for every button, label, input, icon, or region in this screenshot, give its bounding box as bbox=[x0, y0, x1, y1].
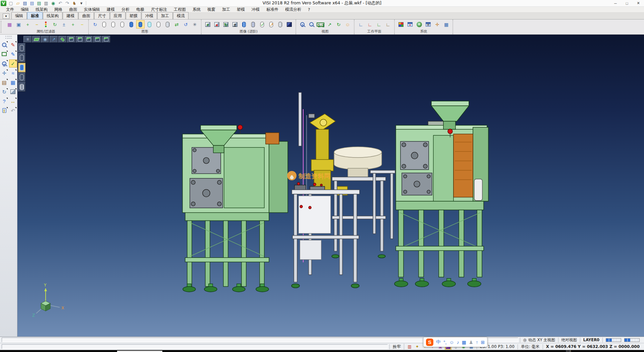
ime-keyboard-icon[interactable]: ▦ bbox=[462, 340, 466, 345]
dashed-hidden-mode-icon[interactable] bbox=[118, 20, 126, 29]
zoom-extents-icon[interactable]: ± bbox=[298, 20, 307, 29]
tab-standard[interactable]: 标准 bbox=[27, 12, 43, 19]
workplane-manager-icon[interactable]: ∟ bbox=[384, 20, 392, 29]
tab-mould[interactable]: 塑膜 bbox=[126, 12, 141, 19]
filter-traffic-light-icon[interactable] bbox=[42, 20, 50, 29]
session-button[interactable]: ♞ bbox=[71, 0, 77, 6]
menu-dimension[interactable]: 尺寸标注 bbox=[148, 7, 170, 12]
hide-all-icon[interactable]: − bbox=[78, 20, 86, 29]
menu-electrode[interactable]: 电极 bbox=[133, 7, 148, 12]
layer-segment[interactable]: LAYER0 bbox=[580, 338, 602, 343]
view-orientation-icon[interactable]: ☺ bbox=[343, 20, 352, 29]
translucent-mode-icon[interactable] bbox=[145, 20, 154, 29]
tab-die[interactable]: 冲模 bbox=[142, 12, 157, 19]
save-button[interactable]: ▤ bbox=[22, 0, 28, 6]
selection-settings-icon[interactable]: ✛ bbox=[433, 20, 441, 29]
tab-machining[interactable]: 加工 bbox=[157, 12, 173, 19]
tab-surface[interactable]: 曲面 bbox=[78, 12, 94, 19]
ime-grid-icon[interactable]: ⊞ bbox=[481, 340, 485, 345]
lock-toggle[interactable]: 拴牢 bbox=[389, 344, 404, 349]
undo-gray-icon[interactable]: ↶ bbox=[9, 106, 17, 115]
preview-button[interactable]: ◉ bbox=[50, 0, 56, 6]
zoom-dynamic-icon[interactable]: ± bbox=[0, 59, 8, 68]
menu-mould[interactable]: 塑模 bbox=[233, 7, 248, 12]
spline-edit-icon[interactable]: ≈ bbox=[9, 69, 17, 77]
new-file-button[interactable]: ▢ bbox=[8, 0, 14, 6]
preview-zoom-icon[interactable] bbox=[0, 41, 8, 49]
display-settings-icon[interactable]: ▪ bbox=[406, 20, 414, 29]
hidden-line-mode-icon[interactable] bbox=[109, 20, 117, 29]
workplane-origin-icon[interactable]: ∟ bbox=[366, 20, 374, 29]
magic-wand-icon[interactable]: ✦ bbox=[414, 344, 421, 350]
iso-view-icon-4[interactable] bbox=[93, 36, 102, 43]
solid-cube-icon[interactable] bbox=[9, 88, 17, 96]
image-ok-icon[interactable]: ✓ bbox=[258, 20, 266, 29]
actual-size-icon[interactable]: 1:1 bbox=[316, 20, 325, 29]
iso-view-icon-2[interactable] bbox=[76, 36, 84, 43]
shading-settings-icon[interactable]: ✳ bbox=[191, 20, 199, 29]
menu-machining[interactable]: 加工 bbox=[219, 7, 233, 12]
open-file-button[interactable]: ▱ bbox=[15, 0, 21, 6]
wireframe-render-icon[interactable] bbox=[18, 43, 25, 53]
snap-card-icon[interactable]: ▥ bbox=[406, 344, 413, 350]
menu-flow-analysis[interactable]: 模流分析 bbox=[282, 7, 305, 12]
hide-entities-icon[interactable]: − bbox=[33, 20, 41, 29]
tab-edit[interactable]: 编辑 bbox=[11, 12, 27, 19]
refresh-visibility-icon[interactable]: ↻ bbox=[51, 20, 59, 29]
measure-icon[interactable]: ↔ bbox=[9, 97, 17, 105]
striped-shading-alt-icon[interactable] bbox=[249, 20, 257, 29]
grid-settings-icon[interactable]: ▦ bbox=[442, 20, 450, 29]
image-toggle-icon[interactable]: ± bbox=[231, 20, 239, 29]
hidden-render-icon[interactable] bbox=[18, 53, 25, 62]
selection-frame-icon[interactable] bbox=[0, 50, 8, 58]
close-button[interactable]: ✕ bbox=[633, 0, 644, 6]
ime-punct-icon[interactable]: °, bbox=[443, 340, 447, 345]
shaded-plane-view-icon[interactable] bbox=[32, 36, 41, 43]
menu-solid-edit[interactable]: 实体编辑 bbox=[80, 7, 103, 12]
menu-analysis[interactable]: 分析 bbox=[118, 7, 133, 12]
top-view-icon[interactable] bbox=[58, 36, 67, 43]
axis-view-icon[interactable]: ↗ bbox=[50, 36, 58, 43]
tab-application[interactable]: 应用 bbox=[110, 12, 125, 19]
flat-mode-icon[interactable] bbox=[154, 20, 163, 29]
zoom-window-icon[interactable]: ▫ bbox=[307, 20, 316, 29]
flat-render-icon[interactable] bbox=[18, 73, 25, 82]
menu-wireframe[interactable]: 线架构 bbox=[32, 7, 51, 12]
shaded-edges-mode-icon[interactable] bbox=[136, 20, 145, 29]
save-all-button[interactable]: ▤ bbox=[36, 0, 42, 6]
iso-view-icon-5[interactable] bbox=[102, 36, 110, 43]
axes-icon[interactable]: ✛ bbox=[0, 69, 8, 77]
regen-icon[interactable]: ↻ bbox=[0, 88, 8, 96]
confirm-icon[interactable]: ✓ bbox=[9, 59, 17, 68]
copy-attributes-icon[interactable]: ▣ bbox=[14, 20, 23, 29]
menu-window[interactable]: 视窗 bbox=[204, 7, 219, 12]
menu-help[interactable]: ? bbox=[305, 7, 313, 12]
ime-mode-icon[interactable]: 中 bbox=[436, 339, 441, 345]
tab-flow[interactable]: 模流 bbox=[173, 12, 189, 19]
layer-palette-icon[interactable]: ▤ bbox=[0, 78, 8, 86]
grid-window-icon[interactable]: ▦ bbox=[9, 78, 17, 86]
iso-view-icon-1[interactable] bbox=[67, 36, 75, 43]
ime-mic-icon[interactable]: ♪ bbox=[457, 340, 459, 345]
image-hatch-icon[interactable] bbox=[276, 20, 284, 29]
create-workplane-icon[interactable]: ∟ bbox=[357, 20, 365, 29]
dynamic-pan-icon[interactable]: ↗ bbox=[325, 20, 334, 29]
tab-modeling[interactable]: 建模 bbox=[63, 12, 78, 19]
menu-surface[interactable]: 曲面 bbox=[66, 7, 80, 12]
redo-button[interactable]: ↷ bbox=[64, 0, 70, 6]
assign-shading-icon[interactable]: ⇄ bbox=[172, 20, 181, 29]
window-settings-icon[interactable]: ✳ bbox=[424, 20, 432, 29]
copy-shading-icon[interactable]: ↺ bbox=[181, 20, 190, 29]
menu-edit[interactable]: 编辑 bbox=[17, 7, 32, 12]
show-all-icon[interactable]: + bbox=[69, 20, 77, 29]
menu-system[interactable]: 系统 bbox=[189, 7, 204, 12]
show-entities-icon[interactable]: + bbox=[23, 20, 32, 29]
viewbar-menu-icon[interactable]: ≡ bbox=[23, 36, 32, 43]
render-sphere-icon[interactable]: ◉ bbox=[41, 36, 49, 43]
menu-modeling[interactable]: 建模 bbox=[103, 7, 118, 12]
ime-emoji-icon[interactable]: ☺ bbox=[449, 340, 454, 345]
menu-file[interactable]: 文件 bbox=[3, 7, 17, 12]
iso-view-icon-3[interactable] bbox=[85, 36, 93, 43]
save-as-button[interactable]: ▤ bbox=[29, 0, 35, 6]
edit-erase-icon[interactable]: ✎ bbox=[9, 41, 17, 49]
